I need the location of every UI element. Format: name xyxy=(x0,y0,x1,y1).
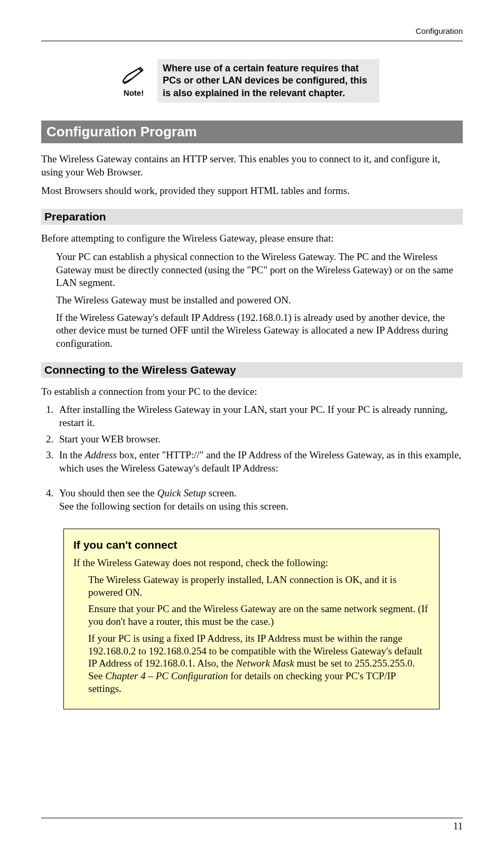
pen-hand-icon xyxy=(120,78,147,87)
callout-b3-chapter: Chapter 4 – PC Configuration xyxy=(105,670,228,681)
step-1: After installing the Wireless Gateway in… xyxy=(56,403,463,429)
preparation-lead: Before attempting to configure the Wirel… xyxy=(41,232,463,245)
step-4-pre: You should then see the xyxy=(59,487,157,498)
step-3-post: box, enter "HTTP://" and the IP Address … xyxy=(59,449,461,474)
section-heading: Configuration Program xyxy=(41,121,463,143)
step-4: You should then see the Quick Setup scre… xyxy=(56,487,463,513)
callout-title: If you can't connect xyxy=(73,539,430,551)
step-3-address: Address xyxy=(85,449,117,460)
note-label: Note! xyxy=(115,88,152,97)
callout-b3-netmask: Network Mask xyxy=(236,658,294,669)
step-4-line2: See the following section for details on… xyxy=(59,501,288,512)
preparation-item: If the Wireless Gateway's default IP Add… xyxy=(56,311,463,350)
preparation-item: Your PC can establish a physical connect… xyxy=(56,251,463,290)
note-icon-cell: Note! xyxy=(110,59,157,103)
header-right: Configuration xyxy=(41,26,463,35)
step-2: Start your WEB browser. xyxy=(56,433,463,446)
troubleshoot-callout: If you can't connect If the Wireless Gat… xyxy=(63,529,440,709)
footer-rule xyxy=(41,818,463,818)
intro-paragraph-1: The Wireless Gateway contains an HTTP se… xyxy=(41,153,463,179)
connecting-steps: After installing the Wireless Gateway in… xyxy=(41,403,463,475)
connecting-steps-cont: You should then see the Quick Setup scre… xyxy=(41,487,463,513)
callout-item: If your PC is using a fixed IP Address, … xyxy=(88,632,430,695)
intro-paragraph-2: Most Browsers should work, provided they… xyxy=(41,184,463,198)
callout-item: The Wireless Gateway is properly install… xyxy=(88,574,430,599)
preparation-heading: Preparation xyxy=(41,209,463,225)
callout-lead: If the Wireless Gateway does not respond… xyxy=(73,557,430,569)
page-number: 11 xyxy=(453,820,463,832)
step-4-post: screen. xyxy=(206,487,237,498)
callout-item: Ensure that your PC and the Wireless Gat… xyxy=(88,603,430,628)
callout-list: The Wireless Gateway is properly install… xyxy=(88,574,430,695)
connecting-heading: Connecting to the Wireless Gateway xyxy=(41,362,463,378)
note-text: Where use of a certain feature requires … xyxy=(157,59,379,103)
preparation-item: The Wireless Gateway must be installed a… xyxy=(56,294,463,307)
connecting-lead: To establish a connection from your PC t… xyxy=(41,385,463,399)
note-box: Note! Where use of a certain feature req… xyxy=(110,59,379,103)
step-3-pre: In the xyxy=(59,449,85,460)
header-rule xyxy=(41,41,463,41)
step-4-quick: Quick Setup xyxy=(157,487,206,498)
preparation-list: Your PC can establish a physical connect… xyxy=(56,251,463,350)
step-3: In the Address box, enter "HTTP://" and … xyxy=(56,449,463,475)
